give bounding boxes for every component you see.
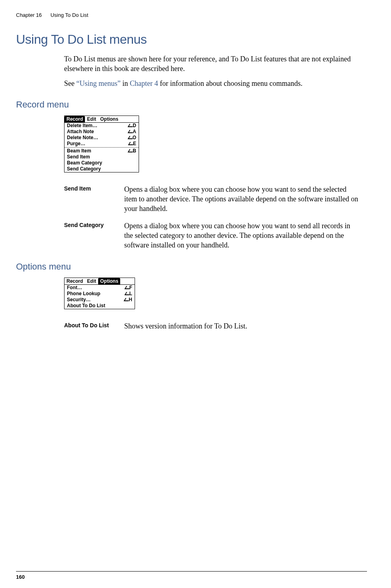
menu-item-beam-category: Beam Category: [64, 160, 139, 166]
palm-menu-options: Record Edit Options Font… F Phone Lookup…: [64, 278, 135, 309]
page-number: 160: [16, 574, 25, 580]
intro-paragraph-1: To Do List menus are shown here for your…: [64, 54, 359, 74]
menu-item-purge: Purge… E: [64, 141, 139, 147]
stroke-icon: [128, 124, 132, 128]
stroke-icon: [128, 130, 132, 134]
page-footer: 160: [16, 571, 367, 580]
intro-paragraph-2: See “Using menus” in Chapter 4 for infor…: [64, 79, 359, 88]
stroke-icon: [129, 142, 133, 146]
link-using-menus[interactable]: “Using menus”: [77, 79, 121, 87]
stroke-icon: [128, 149, 132, 153]
def-about-todo: About To Do List Shows version informati…: [64, 321, 359, 331]
menubar-edit: Edit: [85, 278, 98, 284]
running-header: Chapter 16 Using To Do List: [16, 12, 367, 18]
palm-menubar: Record Edit Options: [64, 278, 135, 285]
palm-dropdown-record: Delete Item… D Attach Note A Delete Note…: [64, 123, 139, 172]
record-menu-figure: Record Edit Options Delete Item… D Attac…: [64, 116, 367, 172]
def-term: Send Item: [64, 185, 124, 214]
menubar-options: Options: [98, 278, 120, 284]
menu-item-attach-note: Attach Note A: [64, 129, 139, 135]
menu-item-send-item: Send Item: [64, 154, 139, 160]
menu-item-font: Font… F: [64, 285, 135, 291]
page-title: Using To Do List menus: [16, 32, 367, 47]
stroke-icon: [125, 292, 129, 296]
chapter-label: Chapter 16: [16, 12, 42, 18]
menubar-edit: Edit: [85, 116, 98, 122]
options-menu-figure: Record Edit Options Font… F Phone Lookup…: [64, 278, 367, 309]
menu-item-beam-item: Beam Item B: [64, 148, 139, 154]
options-definitions: About To Do List Shows version informati…: [64, 321, 359, 331]
menu-item-delete-item: Delete Item… D: [64, 123, 139, 129]
menubar-record: Record: [64, 278, 85, 284]
link-chapter-4[interactable]: Chapter 4: [130, 79, 158, 87]
palm-dropdown-options: Font… F Phone Lookup L Security… H About…: [64, 285, 135, 309]
menu-item-delete-note: Delete Note… O: [64, 135, 139, 141]
chapter-title: Using To Do List: [50, 12, 88, 18]
options-menu-heading: Options menu: [16, 262, 367, 272]
stroke-icon: [128, 136, 132, 140]
record-menu-heading: Record menu: [16, 99, 367, 110]
stroke-icon: [125, 286, 129, 290]
menu-item-phone-lookup: Phone Lookup L: [64, 291, 135, 297]
def-send-item: Send Item Opens a dialog box where you c…: [64, 185, 359, 214]
menubar-options: Options: [98, 116, 120, 122]
def-desc: Shows version information for To Do List…: [124, 321, 247, 331]
menu-item-about-todo: About To Do List: [64, 303, 135, 309]
def-term: About To Do List: [64, 321, 124, 331]
menubar-record: Record: [64, 116, 85, 122]
def-desc: Opens a dialog box where you can choose …: [124, 185, 359, 214]
menu-separator: [64, 147, 139, 148]
stroke-icon: [124, 298, 128, 302]
menu-item-send-category: Send Category: [64, 166, 139, 172]
menu-item-security: Security… H: [64, 297, 135, 303]
def-send-category: Send Category Opens a dialog box where y…: [64, 221, 359, 250]
record-definitions: Send Item Opens a dialog box where you c…: [64, 185, 359, 250]
def-term: Send Category: [64, 221, 124, 250]
palm-menu-record: Record Edit Options Delete Item… D Attac…: [64, 116, 139, 172]
def-desc: Opens a dialog box where you can choose …: [124, 221, 359, 250]
palm-menubar: Record Edit Options: [64, 116, 139, 123]
